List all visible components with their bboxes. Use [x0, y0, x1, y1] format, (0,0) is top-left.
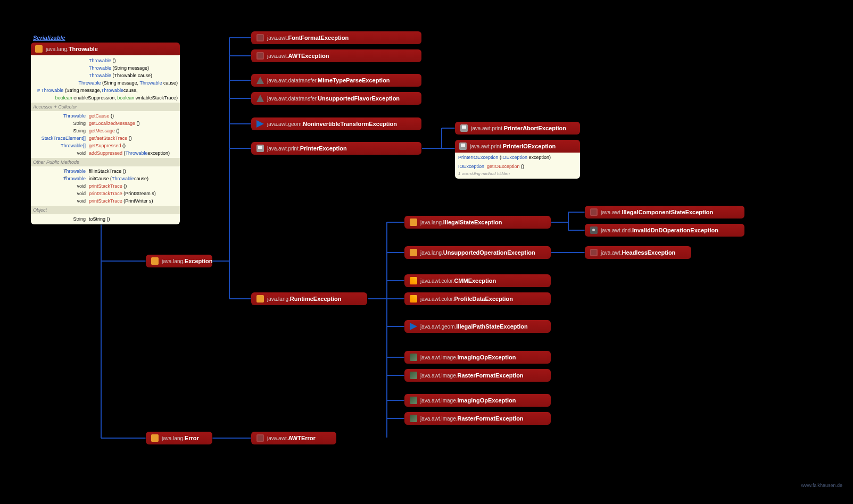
- java-lang-icon: [35, 45, 43, 53]
- mimetype-node[interactable]: java.awt.datatransfer.MimeTypeParseExcep…: [251, 74, 421, 87]
- java-lang-icon: [410, 219, 417, 226]
- java-awt-icon: [256, 434, 264, 442]
- throwable-class-box: java.lang.Throwable Throwable () Throwab…: [31, 43, 180, 224]
- printerex-node[interactable]: java.awt.print.PrinterException: [251, 142, 421, 155]
- illegalpath-node[interactable]: java.awt.geom.IllegalPathStateException: [404, 320, 551, 333]
- java-awt-icon: [590, 249, 598, 256]
- printerio-node[interactable]: java.awt.print.PrinterIOException Printe…: [455, 140, 580, 179]
- java-awt-icon: [590, 208, 598, 216]
- throwable-header[interactable]: java.lang.Throwable: [31, 43, 180, 55]
- color-icon: [410, 277, 417, 284]
- imagingop1-node[interactable]: java.awt.image.ImagingOpException: [404, 351, 551, 364]
- rasterformat1-node[interactable]: java.awt.image.RasterFormatException: [404, 369, 551, 382]
- awtexception-node[interactable]: java.awt.AWTException: [251, 49, 421, 62]
- java-awt-icon: [256, 52, 264, 60]
- color-icon: [410, 295, 417, 303]
- image-icon: [410, 397, 417, 404]
- awterror-node[interactable]: java.awt.AWTError: [251, 432, 336, 444]
- rasterformat2-node[interactable]: java.awt.image.RasterFormatException: [404, 412, 551, 425]
- profiledata-node[interactable]: java.awt.color.ProfileDataException: [404, 292, 551, 305]
- cmm-node[interactable]: java.awt.color.CMMException: [404, 274, 551, 287]
- invaliddnd-node[interactable]: java.awt.dnd.InvalidDnDOperationExceptio…: [585, 224, 744, 237]
- image-icon: [410, 354, 417, 361]
- noninv-node[interactable]: java.awt.geom.NoninvertibleTransformExce…: [251, 117, 421, 130]
- datatransfer-icon: [256, 95, 264, 102]
- java-lang-icon: [151, 257, 159, 265]
- runtime-node[interactable]: java.lang.RuntimeException: [251, 292, 367, 305]
- datatransfer-icon: [256, 77, 264, 84]
- print-icon: [460, 124, 468, 132]
- image-icon: [410, 372, 417, 379]
- java-lang-icon: [151, 434, 159, 442]
- unsupop-node[interactable]: java.lang.UnsupportedOperationException: [404, 246, 551, 259]
- throwable-details: Throwable () Throwable (String message) …: [31, 55, 180, 224]
- printerio-details: PrinterIOException (IOException exceptio…: [455, 153, 580, 179]
- fontformat-node[interactable]: java.awt.FontFormatException: [251, 31, 421, 44]
- dnd-icon: [590, 226, 598, 234]
- print-icon: [459, 142, 467, 150]
- printerabort-node[interactable]: java.awt.print.PrinterAbortException: [455, 122, 580, 135]
- print-icon: [256, 145, 264, 152]
- geom-icon: [256, 120, 264, 128]
- watermark: www.falkhausen.de: [801, 483, 842, 488]
- geom-icon: [410, 323, 417, 330]
- unsflavor-node[interactable]: java.awt.datatransfer.UnsupportedFlavorE…: [251, 92, 421, 105]
- error-node[interactable]: java.lang.Error: [146, 432, 212, 444]
- headless-node[interactable]: java.awt.HeadlessException: [585, 246, 691, 259]
- illegalcomp-node[interactable]: java.awt.IllegalComponentStateException: [585, 206, 744, 219]
- image-icon: [410, 415, 417, 422]
- java-awt-icon: [256, 34, 264, 41]
- java-lang-icon: [410, 249, 417, 256]
- java-lang-icon: [256, 295, 264, 303]
- imagingop2-node[interactable]: java.awt.image.ImagingOpException: [404, 394, 551, 407]
- illegalstate-node[interactable]: java.lang.IllegalStateException: [404, 216, 551, 229]
- serializable-link[interactable]: Serializable: [33, 35, 65, 41]
- exception-node[interactable]: java.lang.Exception: [146, 255, 212, 267]
